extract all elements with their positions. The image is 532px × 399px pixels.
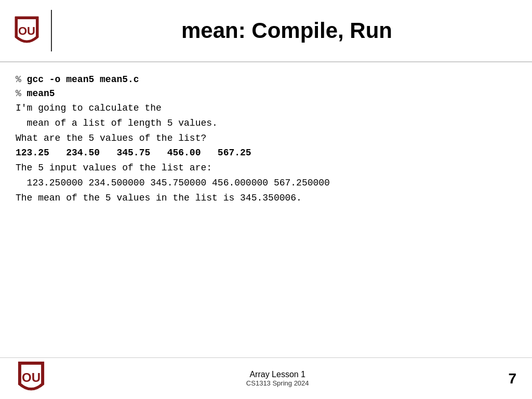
svg-text:OU: OU: [22, 370, 41, 384]
command-text-2: mean5: [21, 88, 55, 99]
command-line-1: % gcc -o mean5 mean5.c: [16, 73, 516, 87]
footer-logo-area: OU: [16, 359, 47, 398]
page-number: 7: [508, 370, 516, 387]
footer-center: Array Lesson 1 CS1313 Spring 2024: [246, 370, 309, 387]
slide-title-area: mean: Compile, Run: [52, 18, 522, 43]
output-line-4: The 5 input values of the list are:: [16, 161, 516, 176]
prompt-1: %: [16, 74, 21, 85]
input-values-line: 123.25 234.50 345.75 456.00 567.25: [16, 145, 516, 161]
output-line-1: I'm going to calculate the: [16, 101, 516, 116]
slide-header: OU mean: Compile, Run: [0, 0, 532, 62]
command-text-1: gcc -o mean5 mean5.c: [21, 74, 139, 85]
slide-title: mean: Compile, Run: [181, 18, 392, 43]
footer-title: Array Lesson 1: [246, 370, 309, 379]
output-line-2: mean of a list of length 5 values.: [16, 116, 516, 131]
prompt-2: %: [16, 88, 21, 99]
output-line-6: The mean of the 5 values in the list is …: [16, 191, 516, 206]
slide-footer: OU Array Lesson 1 CS1313 Spring 2024 7: [0, 357, 532, 399]
footer-ou-logo-icon: OU: [16, 359, 47, 396]
ou-logo-icon: OU: [12, 14, 41, 48]
output-line-3: What are the 5 values of the list?: [16, 131, 516, 146]
footer-subtitle: CS1313 Spring 2024: [246, 379, 309, 387]
command-line-2: % mean5: [16, 87, 516, 101]
svg-text:OU: OU: [18, 24, 35, 37]
output-line-5: 123.250000 234.500000 345.750000 456.000…: [16, 176, 516, 191]
header-logo-area: OU: [10, 10, 52, 51]
main-content: % gcc -o mean5 mean5.c % mean5 I'm going…: [0, 62, 532, 211]
